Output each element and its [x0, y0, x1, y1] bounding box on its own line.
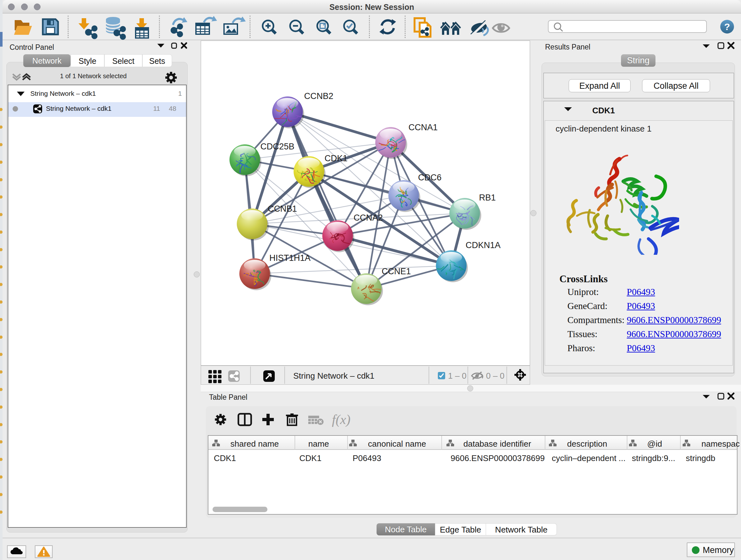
- svg-text:RB1: RB1: [479, 193, 496, 202]
- svg-text:CCNB2: CCNB2: [304, 91, 333, 101]
- svg-text:f(x): f(x): [332, 412, 350, 427]
- svg-text:CCNA1: CCNA1: [408, 123, 438, 132]
- svg-text:CCNE1: CCNE1: [382, 266, 411, 276]
- svg-text:CDKN1A: CDKN1A: [466, 240, 501, 250]
- svg-text:CDC6: CDC6: [418, 173, 442, 182]
- svg-text:String Network – cdk1: String Network – cdk1: [293, 371, 374, 381]
- svg-text:CDC25B: CDC25B: [260, 142, 294, 151]
- svg-text:CDK1: CDK1: [325, 153, 347, 163]
- svg-text:1 – 0: 1 – 0: [448, 371, 467, 381]
- svg-text:0 – 0: 0 – 0: [486, 371, 504, 381]
- svg-text:CCNA2: CCNA2: [354, 213, 383, 223]
- svg-text:HIST1H1A: HIST1H1A: [269, 253, 311, 263]
- svg-text:CCNB1: CCNB1: [268, 204, 297, 213]
